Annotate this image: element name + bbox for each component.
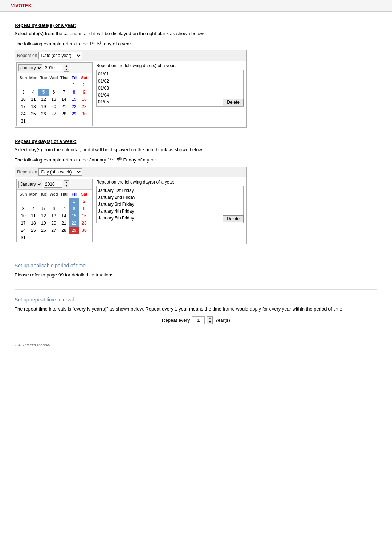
cal2-cell-11[interactable]: 11 [28, 212, 38, 219]
cal1-cell-31[interactable]: 31 [18, 118, 28, 125]
cal2-cell-13[interactable]: 13 [49, 212, 59, 219]
cal2-cell-e9[interactable] [59, 234, 69, 241]
cal2-cell-15[interactable]: 15 [69, 212, 79, 219]
cal1-cell-18[interactable]: 18 [28, 103, 38, 110]
cal1-cell-3[interactable]: 3 [18, 89, 28, 96]
cal2-cell-28[interactable]: 28 [59, 227, 69, 234]
cal2-cell-e5[interactable] [59, 198, 69, 205]
repeat-every-down[interactable]: ▼ [207, 320, 212, 324]
repeat-on-dropdown-2[interactable]: Day (of a week) [38, 168, 82, 176]
cal1-cell-26[interactable]: 26 [38, 110, 49, 118]
cal1-cell-25[interactable]: 25 [28, 110, 38, 118]
cal1-cell-15[interactable]: 15 [69, 96, 79, 103]
cal2-cell-30[interactable]: 30 [79, 227, 89, 234]
cal2-cell-1[interactable]: 1 [69, 198, 79, 205]
cal1-cell-11[interactable]: 11 [28, 96, 38, 103]
cal1-cell-27[interactable]: 27 [49, 110, 59, 118]
cal2-cell-29[interactable]: 29 [69, 227, 79, 234]
cal2-cell-21[interactable]: 21 [59, 219, 69, 227]
cal2-cell-3[interactable]: 3 [18, 205, 28, 212]
cal2-cell-5[interactable]: 5 [38, 205, 49, 212]
cal1-cell-17[interactable]: 17 [18, 103, 28, 110]
cal2-cell-e11[interactable] [79, 234, 89, 241]
cal2-cell-9[interactable]: 9 [79, 205, 89, 212]
cal2-cell-31[interactable]: 31 [18, 234, 28, 241]
cal2-cell-18[interactable]: 18 [28, 219, 38, 227]
cal2-cell-6[interactable]: 6 [49, 205, 59, 212]
cal1-cell-8[interactable]: 8 [69, 89, 79, 96]
cal2-cell-e4[interactable] [49, 198, 59, 205]
cal1-cell-16[interactable]: 16 [79, 96, 89, 103]
cal2-cell-e7[interactable] [38, 234, 49, 241]
cal2-cell-e8[interactable] [49, 234, 59, 241]
cal1-cell-13[interactable]: 13 [49, 96, 59, 103]
cal2-cell-26[interactable]: 26 [38, 227, 49, 234]
cal1-cell-5[interactable]: 5 [38, 89, 49, 96]
cal2-cell-e3[interactable] [38, 198, 49, 205]
cal1-cell-empty3[interactable] [38, 81, 49, 89]
cal1-cell-empty1[interactable] [18, 81, 28, 89]
repeat-every-input[interactable] [192, 316, 205, 324]
cal1-cell-24[interactable]: 24 [18, 110, 28, 118]
cal1-cell-4[interactable]: 4 [28, 89, 38, 96]
cal1-cell-23[interactable]: 23 [79, 103, 89, 110]
cal2-cell-25[interactable]: 25 [28, 227, 38, 234]
cal2-year-up[interactable]: ▲ [64, 181, 69, 184]
cal2-year-input[interactable] [44, 181, 62, 188]
cal1-year-up[interactable]: ▲ [64, 64, 69, 68]
cal1-cell-1[interactable]: 1 [69, 81, 79, 89]
repeat-on-dropdown-1[interactable]: Date (of a year) [38, 52, 82, 59]
cal1-cell-2[interactable]: 2 [79, 81, 89, 89]
cal2-cell-e6[interactable] [28, 234, 38, 241]
cal1-month-select[interactable]: January [18, 64, 42, 71]
cal1-cell-28[interactable]: 28 [59, 110, 69, 118]
cal2-cell-12[interactable]: 12 [38, 212, 49, 219]
delete-button-1[interactable]: Delete [223, 99, 244, 106]
cal1-cell-empty4[interactable] [49, 81, 59, 89]
cal2-cell-2[interactable]: 2 [79, 198, 89, 205]
cal1-cell-7[interactable]: 7 [59, 89, 69, 96]
cal2-cell-10[interactable]: 10 [18, 212, 28, 219]
cal2-cell-24[interactable]: 24 [18, 227, 28, 234]
cal2-cell-22[interactable]: 22 [69, 219, 79, 227]
cal1-cell-12[interactable]: 12 [38, 96, 49, 103]
cal1-cell-14[interactable]: 14 [59, 96, 69, 103]
cal2-cell-e1[interactable] [18, 198, 28, 205]
cal1-cell-21[interactable]: 21 [59, 103, 69, 110]
cal1-cell-empty5[interactable] [59, 81, 69, 89]
cal2-cell-20[interactable]: 20 [49, 219, 59, 227]
cal2-cell-4[interactable]: 4 [28, 205, 38, 212]
cal2-cell-23[interactable]: 23 [79, 219, 89, 227]
cal2-cell-17[interactable]: 17 [18, 219, 28, 227]
cal1-cell-20[interactable]: 20 [49, 103, 59, 110]
cal2-cell-7[interactable]: 7 [59, 205, 69, 212]
cal1-cell-empty7[interactable] [38, 118, 49, 125]
cal1-cell-19[interactable]: 19 [38, 103, 49, 110]
cal2-cell-e10[interactable] [69, 234, 79, 241]
cal1-cell-6[interactable]: 6 [49, 89, 59, 96]
cal1-cell-empty10[interactable] [69, 118, 79, 125]
cal2-cell-14[interactable]: 14 [59, 212, 69, 219]
cal1-cell-30[interactable]: 30 [79, 110, 89, 118]
cal1-cell-empty8[interactable] [49, 118, 59, 125]
cal1-cell-10[interactable]: 10 [18, 96, 28, 103]
delete-button-2[interactable]: Delete [223, 215, 244, 222]
cal2-cell-27[interactable]: 27 [49, 227, 59, 234]
cal1-cell-empty2[interactable] [28, 81, 38, 89]
cal1-cell-9[interactable]: 9 [79, 89, 89, 96]
cal2-cell-8[interactable]: 8 [69, 205, 79, 212]
cal2-month-select[interactable]: January [18, 181, 42, 188]
cal1-cell-empty11[interactable] [79, 118, 89, 125]
cal1-cell-empty6[interactable] [28, 118, 38, 125]
cal2-cell-e2[interactable] [28, 198, 38, 205]
cal1-cell-empty9[interactable] [59, 118, 69, 125]
cal1-year-input[interactable] [44, 65, 62, 71]
cal2-cell-19[interactable]: 19 [38, 219, 49, 227]
cal1-year-down[interactable]: ▼ [64, 68, 69, 71]
repeat-every-up[interactable]: ▲ [207, 317, 212, 320]
cal2-cell-16[interactable]: 16 [79, 212, 89, 219]
cal2-year-down[interactable]: ▼ [64, 184, 69, 188]
cal1-cell-22[interactable]: 22 [69, 103, 79, 110]
cal1-cell-29[interactable]: 29 [69, 110, 79, 118]
cal2-month-row: January ▲ ▼ [17, 179, 92, 190]
